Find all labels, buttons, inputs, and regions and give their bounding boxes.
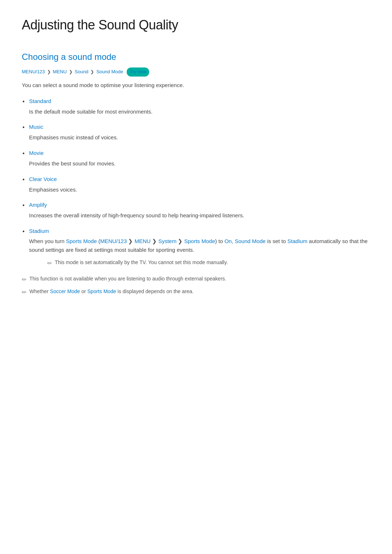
breadcrumb-item-4[interactable]: Sound Mode	[96, 68, 123, 76]
outer-note-1-text: This function is not available when you …	[29, 275, 226, 283]
try-now-badge[interactable]: Try now	[127, 67, 149, 77]
chevron-icon-2: ❯	[69, 69, 73, 75]
list-item-stadium: Stadium When you turn Sports Mode (MENU/…	[29, 227, 370, 268]
soccer-mode-link[interactable]: Soccer Mode	[50, 288, 80, 294]
mode-desc-amplify: Increases the overall intensity of high-…	[29, 212, 244, 218]
intro-text: You can select a sound mode to optimise …	[22, 81, 370, 90]
chevron-icon-inner1: ❯	[128, 238, 134, 244]
mode-desc-clear-voice: Emphasises voices.	[29, 186, 77, 193]
stadium-inner-note: ✏ This mode is set automatically by the …	[29, 259, 370, 268]
sports-mode-link[interactable]: Sports Mode	[66, 238, 97, 244]
section-heading: Choosing a sound mode	[22, 50, 370, 64]
mode-name-amplify: Amplify	[29, 201, 370, 209]
sports-mode-link-2[interactable]: Sports Mode	[87, 288, 116, 294]
mode-desc-music: Emphasises music instead of voices.	[29, 134, 118, 140]
breadcrumb-item-2[interactable]: MENU	[53, 68, 67, 76]
breadcrumb-menu: MENU	[135, 238, 151, 244]
pencil-icon-outer-2: ✏	[22, 288, 26, 297]
chevron-icon-inner3: ❯	[178, 238, 184, 244]
list-item-standard: Standard Is the default mode suitable fo…	[29, 97, 370, 116]
stadium-link: Stadium	[287, 238, 307, 244]
stadium-inner-note-text: This mode is set automatically by the TV…	[55, 259, 228, 266]
breadcrumb-system: System	[158, 238, 176, 244]
list-item-music: Music Emphasises music instead of voices…	[29, 123, 370, 142]
pencil-icon-inner: ✏	[47, 259, 52, 268]
breadcrumb-menu123: MENU/123	[100, 238, 127, 244]
mode-desc-movie: Provides the best sound for movies.	[29, 160, 115, 167]
list-item-clear-voice: Clear Voice Emphasises voices.	[29, 175, 370, 194]
mode-name-clear-voice: Clear Voice	[29, 175, 370, 184]
mode-name-movie: Movie	[29, 149, 370, 157]
outer-notes: ✏ This function is not available when yo…	[22, 275, 370, 297]
stadium-description: When you turn Sports Mode (MENU/123 ❯ ME…	[29, 237, 370, 254]
sound-mode-section: Choosing a sound mode MENU/123 ❯ MENU ❯ …	[22, 50, 370, 297]
on-sound-mode-link: On, Sound Mode	[224, 238, 265, 244]
chevron-icon-inner2: ❯	[152, 238, 158, 244]
chevron-icon-1: ❯	[47, 69, 51, 75]
breadcrumb-item-1[interactable]: MENU/123	[22, 68, 45, 76]
sound-modes-list: Standard Is the default mode suitable fo…	[29, 97, 370, 268]
list-item-amplify: Amplify Increases the overall intensity …	[29, 201, 370, 220]
mode-desc-standard: Is the default mode suitable for most en…	[29, 108, 152, 115]
pencil-icon-outer-1: ✏	[22, 275, 26, 284]
chevron-icon-3: ❯	[90, 69, 94, 75]
page-title: Adjusting the Sound Quality	[22, 15, 370, 36]
outer-note-2: ✏ Whether Soccer Mode or Sports Mode is …	[22, 288, 370, 297]
breadcrumb-item-3[interactable]: Sound	[75, 68, 89, 76]
breadcrumb: MENU/123 ❯ MENU ❯ Sound ❯ Sound Mode Try…	[22, 67, 370, 77]
breadcrumb-sports-mode: Sports Mode	[184, 238, 215, 244]
mode-name-standard: Standard	[29, 97, 370, 106]
outer-note-1: ✏ This function is not available when yo…	[22, 275, 370, 284]
list-item-movie: Movie Provides the best sound for movies…	[29, 149, 370, 168]
mode-name-music: Music	[29, 123, 370, 131]
mode-name-stadium: Stadium	[29, 227, 370, 235]
outer-note-2-text: Whether Soccer Mode or Sports Mode is di…	[29, 288, 193, 295]
